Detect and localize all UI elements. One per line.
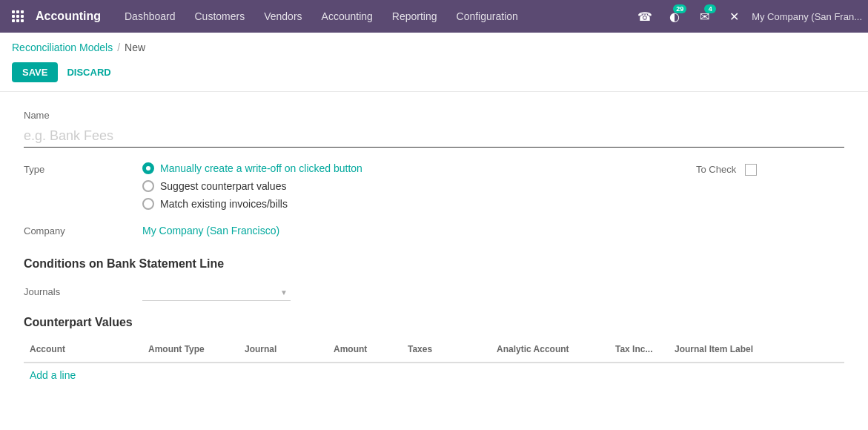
company-section: Company My Company (San Francisco) [24, 225, 844, 236]
app-title: Accounting [36, 10, 101, 23]
name-section: Name [24, 98, 844, 148]
radio-match-label: Match existing invoices/bills [160, 198, 288, 210]
journals-select-wrapper: ▼ [142, 282, 291, 301]
main-content: Name Type Manually create a write-off on… [0, 92, 868, 402]
company-value[interactable]: My Company (San Francisco) [142, 225, 279, 236]
breadcrumb-parent[interactable]: Reconciliation Models [12, 42, 113, 53]
col-amount-type: Amount Type [142, 341, 239, 357]
to-check-label: To Check [696, 164, 736, 175]
radio-writeoff-indicator [142, 162, 154, 174]
col-account: Account [24, 341, 142, 357]
journals-label: Journals [24, 286, 142, 297]
col-amount: Amount [328, 341, 402, 357]
breadcrumb-separator: / [117, 42, 120, 53]
type-options: Manually create a write-off on clicked b… [142, 162, 696, 210]
counterpart-heading: Counterpart Values [24, 316, 844, 329]
close-icon-btn[interactable]: ✕ [722, 4, 746, 28]
journals-row: Journals ▼ [24, 282, 844, 301]
to-check-checkbox[interactable] [745, 164, 757, 176]
journals-select[interactable] [142, 282, 291, 301]
col-analytic-account: Analytic Account [491, 341, 609, 357]
nav-vendors[interactable]: Vendors [255, 6, 311, 27]
messages-icon-btn[interactable]: ✉ 4 [692, 4, 716, 28]
name-label: Name [24, 110, 844, 121]
breadcrumb-current: New [125, 42, 145, 53]
activity-badge: 29 [673, 4, 686, 13]
conditions-section: Conditions on Bank Statement Line Journa… [24, 257, 844, 301]
nav-menu: Dashboard Customers Vendors Accounting R… [116, 6, 630, 27]
nav-accounting[interactable]: Accounting [313, 6, 382, 27]
type-section: Type Manually create a write-off on clic… [24, 162, 844, 210]
table-header: Account Amount Type Journal Amount Taxes… [24, 341, 844, 363]
counterpart-section: Counterpart Values Account Amount Type J… [24, 316, 844, 387]
radio-counterpart-indicator [142, 180, 154, 192]
to-check-section: To Check [696, 162, 844, 176]
action-bar: SAVE DISCARD [0, 58, 868, 91]
top-navigation: Accounting Dashboard Customers Vendors A… [0, 0, 868, 33]
col-journal-item-label: Journal Item Label [669, 341, 844, 357]
conditions-heading: Conditions on Bank Statement Line [24, 257, 844, 271]
discard-button[interactable]: DISCARD [67, 67, 110, 78]
col-taxes: Taxes [402, 341, 491, 357]
phone-icon-btn[interactable]: ☎ [633, 4, 657, 28]
radio-match-indicator [142, 198, 154, 210]
save-button[interactable]: SAVE [12, 62, 58, 82]
col-journal: Journal [239, 341, 328, 357]
nav-customers[interactable]: Customers [186, 6, 254, 27]
nav-configuration[interactable]: Configuration [448, 6, 527, 27]
nav-dashboard[interactable]: Dashboard [116, 6, 185, 27]
name-input[interactable] [24, 125, 844, 148]
add-line-button[interactable]: Add a line [24, 363, 844, 387]
col-tax-inc: Tax Inc... [609, 341, 669, 357]
radio-writeoff-label: Manually create a write-off on clicked b… [160, 162, 362, 174]
company-label: Company [24, 225, 142, 236]
type-option-match[interactable]: Match existing invoices/bills [142, 198, 696, 210]
messages-badge: 4 [704, 4, 716, 13]
app-switcher-button[interactable] [6, 4, 30, 28]
activity-icon-btn[interactable]: ◐ 29 [663, 4, 686, 28]
type-option-writeoff[interactable]: Manually create a write-off on clicked b… [142, 162, 696, 174]
nav-reporting[interactable]: Reporting [383, 6, 446, 27]
company-name: My Company (San Fran... [752, 11, 862, 22]
radio-counterpart-label: Suggest counterpart values [160, 180, 286, 192]
type-option-counterpart[interactable]: Suggest counterpart values [142, 180, 696, 192]
nav-right-actions: ☎ ◐ 29 ✉ 4 ✕ My Company (San Fran... [633, 4, 862, 28]
type-label: Type [24, 164, 142, 175]
breadcrumb: Reconciliation Models / New [0, 33, 868, 58]
